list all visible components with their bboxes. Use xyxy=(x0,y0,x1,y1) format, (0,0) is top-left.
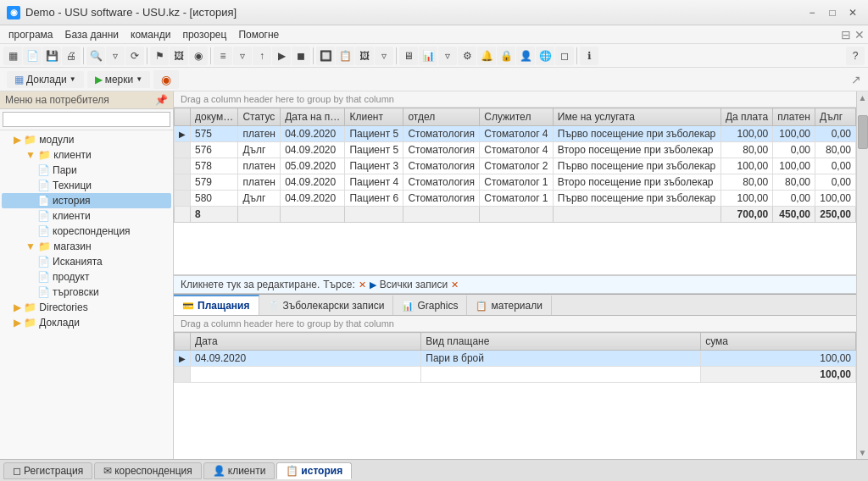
filter-click-hint[interactable]: Кликнете тук за редактиране. xyxy=(181,279,320,290)
minimize-button[interactable]: − xyxy=(804,4,821,21)
nav-tab-istoria[interactable]: 📋 история xyxy=(276,462,352,479)
th-date[interactable]: Дата на п… xyxy=(281,108,345,126)
bottom-data-table: Дата Вид плащане сума ▶ 04.09.2020 Пари … xyxy=(174,332,856,383)
close-button[interactable]: ✕ xyxy=(844,4,861,21)
tb-square[interactable]: ◻ xyxy=(555,47,574,65)
dokladi-button[interactable]: ▦ Доклади ▼ xyxy=(7,71,84,88)
sidebar-item-produkt[interactable]: 📄 продукт xyxy=(2,269,171,285)
tb-dd[interactable]: ▿ xyxy=(375,47,393,65)
tb-circle[interactable]: ◉ xyxy=(189,47,208,65)
filter-all-records[interactable]: Всички записи xyxy=(380,279,448,290)
tb-lock[interactable]: 🔒 xyxy=(497,47,515,65)
main-data-table: докум… Статус Дата на п… Клиент отдел Сл… xyxy=(174,108,856,223)
tb-img2[interactable]: 🖼 xyxy=(355,47,374,65)
sidebar-item-moduli[interactable]: ▶ 📁 модули xyxy=(2,132,171,147)
tb-clipboard[interactable]: 📋 xyxy=(336,47,354,65)
filter-all-close-icon[interactable]: ✕ xyxy=(451,279,459,290)
tb-up[interactable]: ↑ xyxy=(253,47,271,65)
bth-date[interactable]: Дата xyxy=(191,333,421,351)
tab-graphics[interactable]: 📊 Graphics xyxy=(393,295,467,315)
tb-chart[interactable]: 📊 xyxy=(419,47,437,65)
tb-down[interactable]: ▿ xyxy=(233,47,252,65)
sidebar-item-tehnici[interactable]: 📄 Техници xyxy=(2,178,171,193)
table-row[interactable]: 578 платен 05.09.2020 Пациент 3 Стоматол… xyxy=(175,158,856,174)
main-scrollbar[interactable]: ▲ ▼ xyxy=(856,91,868,459)
th-client[interactable]: Клиент xyxy=(345,108,403,126)
tb-stop[interactable]: ◼ xyxy=(292,47,310,65)
sidebar-item-korespondencia[interactable]: 📄 кореспонденция xyxy=(2,224,171,239)
th-status[interactable]: Статус xyxy=(238,108,281,126)
table-row[interactable]: ▶ 575 платен 04.09.2020 Пациент 5 Стомат… xyxy=(175,126,856,142)
sidebar-item-dokladi[interactable]: ▶ 📁 Доклади xyxy=(2,315,171,330)
tb-filter[interactable]: ▿ xyxy=(106,47,125,65)
menu-pomogne[interactable]: Помогне xyxy=(233,27,284,42)
tb-user[interactable]: 👤 xyxy=(516,47,535,65)
tb-play[interactable]: ▶ xyxy=(272,47,291,65)
window-title: Demo - USU software - USU.kz - [история] xyxy=(25,6,236,19)
tb-print[interactable]: 🖨 xyxy=(62,47,81,65)
menu-prozorec[interactable]: прозорец xyxy=(177,27,231,42)
sidebar-item-magazin[interactable]: ▼ 📁 магазин xyxy=(2,239,171,254)
sidebar-item-pari[interactable]: 📄 Пари xyxy=(2,163,171,178)
th-dolg[interactable]: Дълг xyxy=(815,108,856,126)
th-service[interactable]: Име на услугата xyxy=(553,108,721,126)
tb-save[interactable]: 💾 xyxy=(42,47,61,65)
cell-date: 04.09.2020 xyxy=(281,142,345,158)
th-emp[interactable]: Служител xyxy=(480,108,554,126)
tb-dd2[interactable]: ▿ xyxy=(438,47,457,65)
th-daplata[interactable]: Да плата xyxy=(721,108,772,126)
sidebar-item-tyrgovski[interactable]: 📄 търговски xyxy=(2,285,171,300)
sidebar-item-directories[interactable]: ▶ 📁 Directories xyxy=(2,300,171,315)
tb-img[interactable]: 🖼 xyxy=(170,47,188,65)
tab-materiali[interactable]: 📋 материали xyxy=(467,295,551,315)
tab-plaschaniya[interactable]: 💳 Плащания xyxy=(174,295,259,315)
sidebar-item-istoria[interactable]: 📄 история xyxy=(2,193,171,208)
sidebar: Меню на потребителя 📌 ▶ 📁 модули ▼ 📁 кли… xyxy=(0,91,174,459)
tb-search[interactable]: 🔍 xyxy=(86,47,105,65)
tb-open[interactable]: 📄 xyxy=(23,47,42,65)
sidebar-item-klienti-folder[interactable]: ▼ 📁 клиенти xyxy=(2,147,171,163)
sec-toolbar-close[interactable]: ↗ xyxy=(851,73,861,86)
bth-sum[interactable]: сума xyxy=(701,333,856,351)
th-id[interactable]: докум… xyxy=(191,108,238,126)
table-row[interactable]: 576 Дълг 04.09.2020 Пациент 5 Стоматолог… xyxy=(175,142,856,158)
sidebar-search-input[interactable] xyxy=(3,112,170,127)
tb-list[interactable]: ≡ xyxy=(214,47,232,65)
scroll-up-arrow[interactable]: ▲ xyxy=(859,93,867,102)
th-dept[interactable]: отдел xyxy=(403,108,480,126)
bth-type[interactable]: Вид плащане xyxy=(421,333,701,351)
menu-komandi[interactable]: команди xyxy=(125,27,175,42)
nav-tab-registracia-icon: ◻ xyxy=(13,465,21,477)
tb-new[interactable]: ▦ xyxy=(3,47,22,65)
sidebar-item-iskanita[interactable]: 📄 Исканията xyxy=(2,254,171,269)
nav-tab-registracia[interactable]: ◻ Регистрация xyxy=(3,462,92,479)
sidebar-item-label: Техници xyxy=(53,180,92,191)
menu-baza-danni[interactable]: База данни xyxy=(60,27,125,42)
tb-refresh[interactable]: ⟳ xyxy=(125,47,144,65)
tb-flag[interactable]: ⚑ xyxy=(150,47,169,65)
tb-help[interactable]: ? xyxy=(846,47,865,65)
menu-programa[interactable]: програма xyxy=(3,27,58,42)
filter-close-icon[interactable]: ✕ xyxy=(359,279,366,290)
tb-globe[interactable]: 🌐 xyxy=(536,47,554,65)
dokladi-icon: ▦ xyxy=(14,74,24,86)
maximize-button[interactable]: □ xyxy=(824,4,841,21)
tb-bell[interactable]: 🔔 xyxy=(477,47,496,65)
tb-monitor[interactable]: 🖥 xyxy=(399,47,418,65)
refresh-button[interactable]: ◉ xyxy=(153,70,179,89)
scroll-down-arrow[interactable]: ▼ xyxy=(859,448,867,457)
tb-settings[interactable]: ⚙ xyxy=(458,47,476,65)
filter-arrow-icon[interactable]: ▶ xyxy=(370,279,376,290)
sidebar-item-klienti[interactable]: 📄 клиенти xyxy=(2,208,171,224)
bottom-table-row[interactable]: ▶ 04.09.2020 Пари в брой 100,00 xyxy=(175,351,856,367)
tab-zapisi[interactable]: 🦷 Зъболекарски записи xyxy=(259,295,394,315)
nav-tab-korespondencia[interactable]: ✉ кореспонденция xyxy=(94,462,202,479)
scroll-thumb[interactable] xyxy=(858,115,868,149)
nav-tab-klienti[interactable]: 👤 клиенти xyxy=(203,462,275,479)
th-platen[interactable]: платен xyxy=(773,108,815,126)
table-row[interactable]: 580 Дълг 04.09.2020 Пациент 6 Стоматолог… xyxy=(175,191,856,207)
tb-grid[interactable]: 🔲 xyxy=(316,47,335,65)
tb-info[interactable]: ℹ xyxy=(580,47,598,65)
table-row[interactable]: 579 платен 04.09.2020 Пациент 4 Стоматол… xyxy=(175,174,856,191)
merki-button[interactable]: ▶ мерки ▼ xyxy=(87,71,150,88)
